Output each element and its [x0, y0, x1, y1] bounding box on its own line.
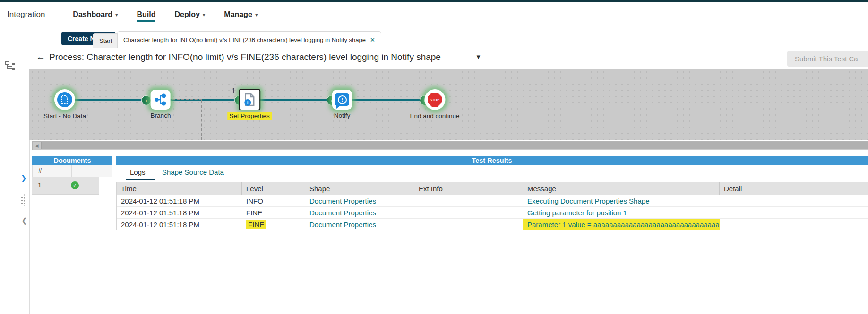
process-title[interactable]: Process: Character length for INFO(no li… — [49, 52, 441, 62]
panel-divider[interactable] — [113, 152, 116, 314]
start-document-icon — [57, 92, 72, 107]
end-shape-body[interactable]: STOP — [424, 89, 445, 110]
document-number: 1 — [38, 181, 42, 189]
success-check-icon: ✓ — [71, 181, 79, 189]
log-shape-link[interactable]: Document Properties — [305, 195, 414, 206]
column-divider — [100, 165, 100, 177]
highlighted-level: FINE — [246, 220, 266, 229]
log-ext-info — [414, 195, 523, 206]
nav-item-manage[interactable]: Manage ▾ — [224, 8, 258, 22]
nav-item-label: Deploy — [174, 10, 199, 19]
column-header-time[interactable]: Time — [117, 182, 242, 195]
documents-column-header: # — [32, 165, 112, 177]
log-time: 2024-01-12 01:51:18 PM — [117, 219, 242, 230]
collapse-panel-icon[interactable]: ❮ — [21, 216, 27, 225]
shape-label: Notify — [334, 112, 351, 119]
shape-label: Set Properties — [227, 112, 272, 120]
app-window: Integration Dashboard ▾ Build Deploy ▾ M… — [0, 0, 868, 314]
chevron-down-icon: ▾ — [115, 12, 118, 18]
top-nav: Integration Dashboard ▾ Build Deploy ▾ M… — [0, 2, 868, 28]
chevron-down-icon: ▾ — [203, 12, 206, 18]
log-detail — [720, 195, 868, 206]
drag-grip-icon[interactable] — [21, 194, 26, 206]
shape-end-and-continue[interactable]: STOP End and continue — [410, 89, 459, 119]
title-dropdown-icon[interactable]: ▼ — [475, 53, 481, 60]
document-row[interactable]: 1 ✓ — [32, 177, 99, 195]
shape-label: Branch — [151, 112, 171, 119]
scroll-left-icon[interactable]: ◀ — [33, 142, 41, 149]
nav-item-deploy[interactable]: Deploy ▾ — [174, 8, 205, 22]
tab-process[interactable]: Character length for INFO(no limit) v/s … — [117, 31, 381, 48]
column-divider — [71, 165, 72, 177]
tab-start[interactable]: Start — [93, 33, 119, 48]
log-time: 2024-01-12 01:51:18 PM — [117, 207, 242, 218]
expand-panel-icon[interactable]: ❯ — [21, 174, 27, 182]
check-glyph: ✓ — [73, 182, 77, 188]
log-detail — [720, 219, 868, 230]
shape-branch[interactable]: Branch — [151, 90, 171, 119]
log-level: FINE — [242, 207, 305, 218]
nav-divider — [54, 8, 54, 21]
shape-label: End and continue — [410, 112, 459, 119]
log-ext-info — [414, 219, 523, 230]
nav-item-label: Build — [137, 10, 155, 19]
tab-strip: Create New ▾ Start Character length for … — [29, 27, 868, 48]
submit-test-case-button[interactable]: Submit This Test Ca — [787, 51, 868, 67]
document-properties-icon: i — [243, 93, 256, 106]
exclamation-icon: ! — [338, 95, 347, 104]
notify-icon: ! — [335, 93, 349, 106]
tab-label: Start — [99, 37, 112, 44]
log-message[interactable]: Getting parameter for position 1 — [523, 207, 720, 218]
log-level: INFO — [242, 195, 305, 206]
notify-shape-body[interactable]: ! — [332, 90, 352, 110]
svg-text:i: i — [247, 100, 249, 105]
branch-shape-body[interactable] — [151, 90, 171, 110]
canvas-horizontal-scrollbar[interactable]: ◀ — [32, 141, 868, 150]
log-row[interactable]: 2024-01-12 01:51:18 PM INFO Document Pro… — [117, 195, 868, 207]
shape-set-properties[interactable]: i Set Properties — [227, 90, 272, 120]
shape-notify[interactable]: ! Notify — [332, 90, 352, 119]
test-results-title: Test Results — [472, 157, 512, 164]
start-shape-body[interactable] — [54, 89, 75, 110]
column-header-level[interactable]: Level — [242, 182, 305, 195]
scrollbar-thumb[interactable] — [41, 142, 868, 149]
log-shape-link[interactable]: Document Properties — [305, 207, 414, 218]
back-arrow-icon[interactable]: ← — [36, 51, 45, 62]
logs-table-header: Time Level Shape Ext Info Message Detail — [117, 182, 868, 195]
column-header-shape[interactable]: Shape — [305, 182, 414, 195]
shape-start-no-data[interactable]: Start - No Data — [43, 89, 86, 119]
log-level: FINE — [242, 219, 305, 230]
column-header-detail[interactable]: Detail — [720, 182, 868, 195]
log-message[interactable]: Executing Document Properties Shape — [523, 195, 720, 206]
log-shape-link[interactable]: Document Properties — [305, 219, 414, 230]
log-detail — [720, 207, 868, 218]
log-row[interactable]: 2024-01-12 01:51:18 PM FINE Document Pro… — [117, 207, 868, 219]
connector-arrow-icon: › — [141, 95, 151, 105]
component-tree-icon[interactable] — [5, 60, 17, 75]
number-column-header: # — [38, 167, 42, 174]
tab-shape-source-data[interactable]: Shape Source Data — [162, 168, 224, 176]
log-message-highlighted[interactable]: Parameter 1 value = aaaaaaaaaaaaaaaaaaaa… — [523, 219, 720, 230]
arrow-glyph: › — [146, 98, 147, 103]
nav-item-build[interactable]: Build — [137, 8, 155, 22]
branch-path-dashed-line — [172, 99, 202, 100]
chevron-down-icon: ▾ — [255, 12, 258, 18]
tab-logs[interactable]: Logs — [130, 168, 146, 176]
brand-label: Integration — [7, 10, 45, 19]
documents-title: Documents — [54, 157, 91, 164]
left-rail: ❯ ❮ — [0, 27, 30, 314]
column-header-ext-info[interactable]: Ext Info — [414, 182, 523, 195]
process-canvas[interactable]: › › › › 1 Start - No Data — [29, 69, 868, 140]
log-ext-info — [414, 207, 523, 218]
close-icon[interactable]: ✕ — [370, 36, 375, 43]
stop-icon: STOP — [428, 93, 442, 107]
nav-item-label: Dashboard — [73, 10, 112, 19]
nav-item-dashboard[interactable]: Dashboard ▾ — [73, 8, 118, 22]
nav-item-label: Manage — [224, 10, 252, 19]
log-row[interactable]: 2024-01-12 01:51:18 PM FINE Document Pro… — [117, 219, 868, 230]
shape-label: Start - No Data — [43, 112, 86, 119]
active-tab-underline — [126, 179, 155, 180]
branch-path-dashed-line — [201, 100, 202, 140]
column-header-message[interactable]: Message — [523, 182, 720, 195]
set-properties-shape-body[interactable]: i — [240, 90, 259, 110]
